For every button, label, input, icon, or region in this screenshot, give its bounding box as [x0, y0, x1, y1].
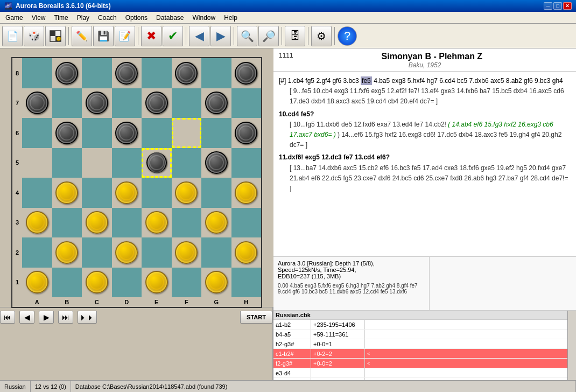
sq-a3[interactable] [22, 208, 52, 238]
help-button[interactable]: ? [338, 26, 357, 46]
menu-window[interactable]: Window [188, 13, 220, 23]
save-button[interactable]: 💾 [93, 26, 114, 46]
sq-h2[interactable] [231, 237, 262, 268]
sq-h1[interactable] [231, 268, 262, 298]
sq-h3[interactable] [231, 208, 262, 238]
sq-h8[interactable] [231, 58, 262, 88]
prev-button[interactable]: ◀ [19, 311, 34, 324]
sq-d5[interactable] [112, 148, 142, 178]
fast-forward-button[interactable]: ⏵⏵ [78, 311, 97, 324]
sq-b6[interactable] [52, 118, 82, 148]
opening-row-3[interactable]: c1-b2# +0-2=2 < [273, 349, 567, 359]
sq-b2[interactable] [52, 237, 82, 268]
sq-f2[interactable] [172, 237, 202, 268]
sq-d4[interactable] [112, 178, 142, 208]
menu-game[interactable]: Game [1, 13, 27, 23]
sq-f7[interactable] [172, 88, 202, 118]
menu-play[interactable]: Play [73, 13, 94, 23]
close-button[interactable]: ✕ [563, 2, 572, 10]
sq-a5[interactable] [22, 148, 52, 178]
sq-g7[interactable] [201, 88, 231, 118]
next-button[interactable]: ▶ [39, 311, 54, 324]
sq-g2[interactable] [201, 237, 231, 268]
sq-a6[interactable] [22, 118, 52, 148]
sq-d1[interactable] [112, 268, 142, 298]
sq-f8[interactable] [172, 58, 202, 88]
sq-c4[interactable] [82, 178, 112, 208]
sq-e3[interactable] [142, 208, 172, 238]
sq-a4[interactable] [22, 178, 52, 208]
opening-scrollbar[interactable] [567, 311, 576, 380]
sq-h4[interactable] [231, 178, 262, 208]
chessboard[interactable]: 8 7 6 [11, 57, 262, 308]
sq-c5[interactable] [82, 148, 112, 178]
sq-c7[interactable] [82, 88, 112, 118]
opening-row-4[interactable]: f2-g3# +0-0=2 < [273, 359, 567, 368]
sq-b1[interactable] [52, 268, 82, 298]
sq-d7[interactable] [112, 88, 142, 118]
menu-options[interactable]: Options [121, 13, 152, 23]
sq-e4[interactable] [142, 178, 172, 208]
menu-time[interactable]: Time [50, 13, 72, 23]
sq-e1[interactable] [142, 268, 172, 298]
delete-button[interactable]: ✖ [141, 26, 161, 46]
sq-g3[interactable] [201, 208, 231, 238]
last-button[interactable]: ⏭ [58, 311, 73, 324]
sq-d2[interactable] [112, 237, 142, 268]
ok-button[interactable]: ✔ [163, 26, 183, 46]
sq-e6[interactable] [142, 118, 172, 148]
menu-coach[interactable]: Coach [94, 13, 121, 23]
sq-c3[interactable] [82, 208, 112, 238]
sq-f1[interactable] [172, 268, 202, 298]
opening-row-0[interactable]: a1-b2 +235-195=1406 [273, 320, 567, 330]
database-button[interactable]: 🗄 [285, 26, 305, 46]
maximize-button[interactable]: □ [553, 2, 562, 10]
sq-g8[interactable] [201, 58, 231, 88]
sq-f4[interactable] [172, 178, 202, 208]
sq-a2[interactable] [22, 237, 52, 268]
sq-e8[interactable] [142, 58, 172, 88]
sq-a8[interactable] [22, 58, 52, 88]
sq-g5[interactable] [201, 148, 231, 178]
forward-button[interactable]: ▶ [210, 26, 231, 46]
sq-h5[interactable] [231, 148, 262, 178]
sq-d6[interactable] [112, 118, 142, 148]
sq-c8[interactable] [82, 58, 112, 88]
sq-b3[interactable] [52, 208, 82, 238]
menu-database[interactable]: Database [152, 13, 188, 23]
sq-a1[interactable] [22, 268, 52, 298]
sq-f5[interactable] [172, 148, 202, 178]
edit2-button[interactable]: 📝 [115, 26, 135, 46]
edit-button[interactable]: ✏️ [72, 26, 92, 46]
sq-g4[interactable] [201, 178, 231, 208]
menu-view[interactable]: View [27, 13, 50, 23]
sq-g6[interactable] [201, 118, 231, 148]
3d-button[interactable]: 🎲 [24, 26, 44, 46]
menu-help[interactable]: Help [220, 13, 242, 23]
sq-e5[interactable] [142, 148, 172, 178]
first-button[interactable]: ⏮ [0, 311, 15, 324]
sq-d3[interactable] [112, 208, 142, 238]
search2-button[interactable]: 🔎 [258, 26, 279, 46]
settings-button[interactable]: ⚙ [311, 26, 332, 46]
opening-row-6[interactable]: c3-d4 [273, 378, 567, 380]
sq-c2[interactable] [82, 237, 112, 268]
sq-a7[interactable] [22, 88, 52, 118]
sq-e2[interactable] [142, 237, 172, 268]
sq-f3[interactable] [172, 208, 202, 238]
sq-b4[interactable] [52, 178, 82, 208]
sq-h7[interactable] [231, 88, 262, 118]
board-button[interactable] [45, 26, 66, 46]
start-button[interactable]: START [240, 311, 272, 324]
sq-f6[interactable] [172, 118, 202, 148]
new-button[interactable]: 📄 [2, 26, 23, 46]
sq-g1[interactable] [201, 268, 231, 298]
sq-b8[interactable] [52, 58, 82, 88]
sq-b7[interactable] [52, 88, 82, 118]
sq-h6[interactable] [231, 118, 262, 148]
back-button[interactable]: ◀ [189, 26, 209, 46]
opening-row-1[interactable]: b4-a5 +59-111=361 [273, 330, 567, 339]
opening-row-5[interactable]: e3-d4 [273, 368, 567, 378]
sq-d8[interactable] [112, 58, 142, 88]
sq-c6[interactable] [82, 118, 112, 148]
